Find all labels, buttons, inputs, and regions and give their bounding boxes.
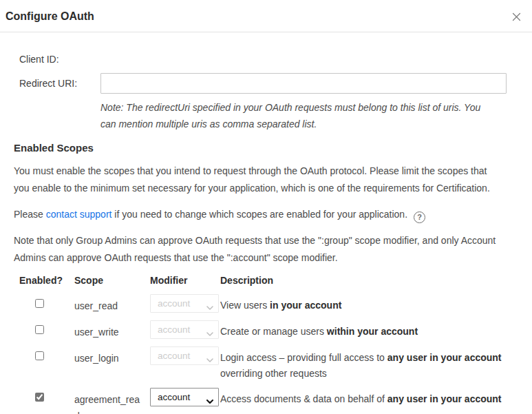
support-suffix-text: if you need to change which scopes are e… [111, 209, 407, 220]
scope-description: Create or manage users within your accou… [220, 320, 506, 340]
dialog-body: Client ID: Redirect URI: Note: The redir… [0, 54, 532, 414]
scope-enabled-checkbox[interactable] [35, 325, 44, 334]
modifier-select: account [150, 346, 219, 365]
header-description: Description [220, 275, 506, 289]
modifier-select: account [150, 294, 219, 313]
header-enabled: Enabled? [19, 275, 74, 289]
dialog-header: Configure OAuth [0, 0, 532, 32]
scope-name: user_login [74, 346, 142, 366]
scope-enabled-checkbox[interactable] [35, 351, 44, 360]
scopes-table-header: Enabled? Scope Modifier Description [19, 275, 506, 289]
scope-row: user_loginaccountLogin access – providin… [19, 346, 506, 382]
oauth-form: Client ID: Redirect URI: Note: The redir… [14, 54, 518, 132]
scope-description: View users in your account [220, 294, 506, 313]
scopes-intro-text: You must enable the scopes that you inte… [14, 163, 504, 197]
scope-row: agreement_readaccountAccess documents & … [19, 388, 506, 414]
scopes-table-body: user_readaccountView users in your accou… [19, 294, 506, 414]
scope-row: user_writeaccountCreate or manage users … [19, 320, 506, 340]
admin-note-text: Note that only Group Admins can approve … [14, 232, 504, 267]
redirect-uri-row: Redirect URI: [19, 73, 518, 94]
support-prefix-text: Please [14, 209, 46, 220]
redirect-uri-label: Redirect URI: [19, 78, 100, 89]
modifier-select[interactable]: account [150, 388, 219, 406]
scope-description: Login access – providing full access to … [220, 346, 506, 382]
contact-support-line: Please contact support if you need to ch… [14, 206, 504, 223]
dialog-title: Configure OAuth [6, 10, 526, 23]
scope-name: user_read [74, 294, 142, 314]
redirect-uri-note: Note: The redirectUri specified in your … [100, 99, 498, 132]
scope-name: user_write [74, 320, 142, 340]
help-icon[interactable]: ? [414, 211, 425, 223]
scope-enabled-checkbox[interactable] [35, 393, 44, 402]
scope-name: agreement_read [74, 388, 142, 414]
scope-enabled-checkbox[interactable] [35, 299, 44, 308]
header-modifier: Modifier [150, 275, 220, 289]
scopes-table: Enabled? Scope Modifier Description user… [19, 275, 506, 414]
scope-row: user_readaccountView users in your accou… [19, 294, 506, 314]
client-id-label: Client ID: [19, 54, 100, 65]
scope-description: Access documents & data on behalf of any… [220, 388, 506, 407]
close-icon[interactable] [510, 10, 522, 23]
redirect-uri-input[interactable] [100, 73, 507, 94]
header-scope: Scope [74, 275, 150, 289]
enabled-scopes-heading: Enabled Scopes [14, 142, 518, 154]
contact-support-link[interactable]: contact support [46, 209, 112, 220]
client-id-row: Client ID: [19, 54, 518, 65]
modifier-select: account [150, 320, 219, 339]
